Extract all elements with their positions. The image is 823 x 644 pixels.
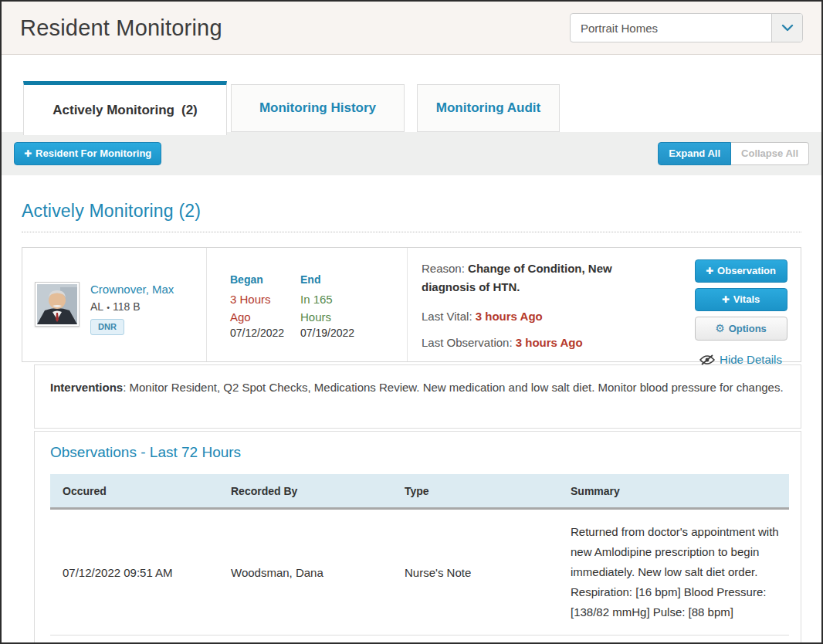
add-resident-for-monitoring-button[interactable]: ✚Resident For Monitoring xyxy=(14,142,161,165)
tab-label: Monitoring Audit xyxy=(436,100,540,116)
interventions-text: Interventions: Monitor Resident, Q2 Spot… xyxy=(50,376,785,398)
interventions-body: : Monitor Resident, Q2 Spot Checks, Medi… xyxy=(123,381,783,394)
last-observation-line: Last Observation: 3 hours Ago xyxy=(422,336,681,349)
end-block: End In 165 Hours 07/19/2022 xyxy=(300,273,371,361)
options-button[interactable]: ⚙Options xyxy=(695,317,787,341)
tab-count: (2) xyxy=(181,103,198,118)
plus-icon: ✚ xyxy=(24,148,32,159)
table-row: 07/12/2022 09:51 AM Woodsman, Dana Nurse… xyxy=(50,510,789,636)
observations-table: Occured Recorded By Type Summary 07/12/2… xyxy=(50,474,789,636)
main-content: Actively Monitoring (2) xyxy=(2,201,821,644)
column-header-summary: Summary xyxy=(571,474,789,507)
resident-info-column: Crownover, Max AL•118 B DNR xyxy=(22,248,207,361)
began-block: Began 3 Hours Ago 07/12/2022 xyxy=(230,273,300,361)
actions-column: ✚Observation ✚Vitals ⚙Options Hide Detai… xyxy=(689,248,801,361)
last-vital-line: Last Vital: 3 hours Ago xyxy=(422,310,681,323)
toolbar: ✚Resident For Monitoring Expand All Coll… xyxy=(2,132,821,175)
room-number: 118 B xyxy=(113,300,141,313)
collapse-all-button[interactable]: Collapse All xyxy=(731,142,809,165)
tab-bar: Actively Monitoring (2) Monitoring Histo… xyxy=(23,81,821,132)
tab-monitoring-audit[interactable]: Monitoring Audit xyxy=(417,84,560,132)
add-resident-label: Resident For Monitoring xyxy=(36,147,151,159)
end-relative: In 165 Hours xyxy=(300,290,356,326)
last-observation-value: 3 hours Ago xyxy=(516,336,583,349)
add-vitals-button[interactable]: ✚Vitals xyxy=(695,288,787,311)
column-header-recorded-by: Recorded By xyxy=(231,474,405,507)
bullet-icon: • xyxy=(107,303,110,312)
resident-photo[interactable] xyxy=(35,282,80,327)
began-date: 07/12/2022 xyxy=(230,327,300,339)
tab-actively-monitoring[interactable]: Actively Monitoring (2) xyxy=(23,81,227,135)
observations-heading: Observations - Last 72 Hours xyxy=(50,444,789,461)
dnr-badge: DNR xyxy=(90,319,124,335)
interventions-label: Interventions xyxy=(50,381,123,394)
column-header-occured: Occured xyxy=(50,474,231,507)
add-observation-button[interactable]: ✚Observation xyxy=(695,259,787,283)
community-selector[interactable]: Portrait Homes xyxy=(570,13,803,42)
resident-photo-image xyxy=(37,284,77,324)
end-date: 07/19/2022 xyxy=(300,327,371,339)
add-vitals-label: Vitals xyxy=(733,293,760,305)
reason-label: Reason: xyxy=(422,262,465,275)
last-vital-value: 3 hours Ago xyxy=(476,310,543,323)
hide-details-link[interactable]: Hide Details xyxy=(699,353,782,366)
column-header-type: Type xyxy=(405,474,571,507)
monitoring-dates-column: Began 3 Hours Ago 07/12/2022 End In 165 … xyxy=(207,248,408,361)
page-title: Resident Monitoring xyxy=(20,15,222,41)
cell-recorded-by: Woodsman, Dana xyxy=(231,510,405,635)
chevron-down-icon xyxy=(781,21,794,35)
cell-summary: Returned from doctor's appointment with … xyxy=(571,510,789,635)
add-observation-label: Observation xyxy=(717,265,776,276)
began-label: Began xyxy=(230,273,300,286)
resident-name-link[interactable]: Crownover, Max xyxy=(90,283,174,296)
tab-label: Actively Monitoring xyxy=(52,103,174,118)
resident-location: AL•118 B xyxy=(90,300,174,313)
resident-card: Crownover, Max AL•118 B DNR Began 3 Hour… xyxy=(22,247,801,362)
tab-label: Monitoring History xyxy=(259,100,376,116)
app-window: Resident Monitoring Portrait Homes Activ… xyxy=(0,0,823,644)
gear-icon: ⚙ xyxy=(715,322,725,334)
section-heading: Actively Monitoring (2) xyxy=(22,201,801,222)
interventions-panel: Interventions: Monitor Resident, Q2 Spot… xyxy=(34,364,801,429)
last-vital-label: Last Vital: xyxy=(422,310,472,323)
last-observation-label: Last Observation: xyxy=(422,336,513,349)
observations-table-header: Occured Recorded By Type Summary xyxy=(50,474,789,510)
care-level: AL xyxy=(90,300,103,313)
app-header: Resident Monitoring Portrait Homes xyxy=(2,2,821,55)
plus-icon: ✚ xyxy=(706,266,713,276)
expand-collapse-group: Expand All Collapse All xyxy=(658,142,809,165)
cell-type: Nurse's Note xyxy=(405,510,571,635)
cell-occurred: 07/12/2022 09:51 AM xyxy=(50,510,231,635)
eye-slash-icon xyxy=(699,354,715,365)
tab-monitoring-history[interactable]: Monitoring History xyxy=(231,84,405,132)
community-selector-value: Portrait Homes xyxy=(571,14,771,42)
reason-column: Reason: Change of Condition, New diagnos… xyxy=(408,248,689,361)
resident-meta: Crownover, Max AL•118 B DNR xyxy=(90,282,174,361)
community-selector-caret-button[interactable] xyxy=(771,14,802,42)
began-relative: 3 Hours Ago xyxy=(230,290,286,326)
plus-icon: ✚ xyxy=(722,294,730,305)
observations-panel: Observations - Last 72 Hours Occured Rec… xyxy=(34,431,801,644)
options-label: Options xyxy=(729,323,767,334)
reason-line: Reason: Change of Condition, New diagnos… xyxy=(422,259,661,297)
end-label: End xyxy=(300,273,371,286)
expand-all-button[interactable]: Expand All xyxy=(658,142,731,165)
hide-details-label: Hide Details xyxy=(720,353,782,366)
dotted-separator xyxy=(22,232,801,232)
